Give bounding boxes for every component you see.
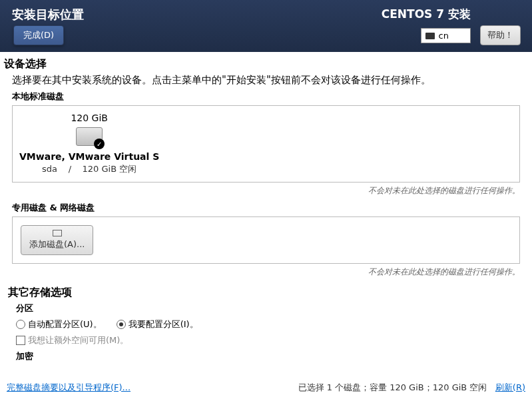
harddisk-icon: ✓	[76, 127, 103, 146]
special-disks-container: 添加磁盘(A)...	[12, 216, 520, 264]
auto-partition-radio[interactable]	[16, 320, 25, 329]
help-button[interactable]: 帮助！	[480, 25, 521, 45]
refresh-link[interactable]: 刷新(R)	[495, 382, 525, 392]
header-bar: 安装目标位置 完成(D) CENTOS 7 安装 cn 帮助！	[0, 0, 532, 52]
special-disks-label: 专用磁盘 & 网络磁盘	[12, 202, 528, 214]
add-disk-label: 添加磁盘(A)...	[29, 239, 85, 249]
manual-partition-radio[interactable]	[117, 320, 126, 329]
content-area: 设备选择 选择要在其中安装系统的设备。点击主菜单中的"开始安装"按钮前不会对该设…	[0, 52, 532, 362]
disk-item-sda[interactable]: 120 GiB ✓ VMware, VMware Virtual S sda /…	[19, 113, 159, 175]
installer-title: CENTOS 7 安装	[382, 7, 471, 22]
device-selection-desc: 选择要在其中安装系统的设备。点击主菜单中的"开始安装"按钮前不会对该设备进行任何…	[12, 74, 528, 87]
footer-bar: 完整磁盘摘要以及引导程序(F)... 已选择 1 个磁盘；容量 120 GiB；…	[0, 376, 532, 399]
local-disk-note: 不会对未在此处选择的磁盘进行任何操作。	[4, 185, 520, 197]
lang-code: cn	[439, 31, 449, 41]
manual-partition-label: 我要配置分区(I)。	[129, 318, 198, 330]
disk-size: 120 GiB	[19, 113, 159, 123]
special-disk-note: 不会对未在此处选择的磁盘进行任何操作。	[4, 266, 520, 278]
local-disks-label: 本地标准磁盘	[12, 91, 528, 103]
partition-label: 分区	[16, 302, 528, 314]
footer-status: 已选择 1 个磁盘；容量 120 GiB；120 GiB 空闲	[298, 382, 487, 392]
keyboard-layout-selector[interactable]: cn	[421, 28, 471, 43]
check-icon: ✓	[96, 141, 103, 147]
extra-space-label: 我想让额外空间可用(M)。	[28, 334, 129, 346]
done-button[interactable]: 完成(D)	[13, 25, 64, 45]
disk-name: VMware, VMware Virtual S	[19, 151, 159, 162]
disk-small-icon	[53, 230, 62, 236]
other-storage-title: 其它存储选项	[8, 286, 528, 300]
add-disk-button[interactable]: 添加磁盘(A)...	[21, 225, 93, 255]
page-title: 安装目标位置	[12, 7, 84, 23]
device-selection-title: 设备选择	[4, 57, 528, 71]
footer-right: 已选择 1 个磁盘；容量 120 GiB；120 GiB 空闲 刷新(R)	[298, 382, 526, 394]
auto-partition-label: 自动配置分区(U)。	[28, 318, 102, 330]
extra-space-checkbox[interactable]	[16, 336, 25, 345]
encrypt-label: 加密	[16, 350, 528, 362]
keyboard-icon	[425, 33, 435, 39]
disk-summary-link[interactable]: 完整磁盘摘要以及引导程序(F)...	[7, 382, 131, 394]
local-disks-container: 120 GiB ✓ VMware, VMware Virtual S sda /…	[12, 105, 520, 183]
disk-info: sda / 120 GiB 空闲	[19, 163, 159, 175]
